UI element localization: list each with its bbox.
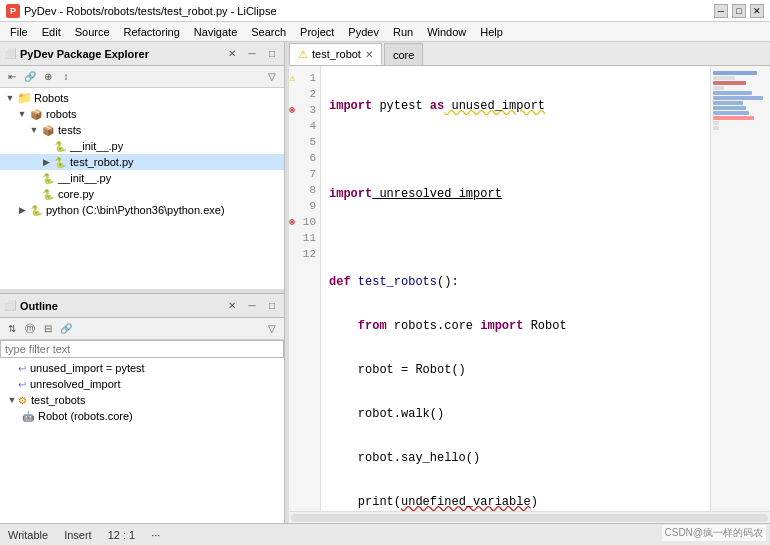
line-numbers: ⚠ 1 2 ⊗ 3 4 5 6 7 8 9 ⊗ 10 11 12 xyxy=(289,66,321,511)
code-line-7: robot = Robot() xyxy=(329,362,702,378)
tree-label-python: python (C:\bin\Python36\python.exe) xyxy=(46,204,225,216)
tree-arrow-robots[interactable]: ▼ xyxy=(4,93,16,103)
menu-pydev[interactable]: Pydev xyxy=(342,25,385,39)
outline-extra-btn[interactable]: ⓜ xyxy=(22,321,38,337)
import-icon-unused: ↩ xyxy=(18,363,26,374)
tree-item-robots-pkg[interactable]: ▼ 📦 robots xyxy=(0,106,284,122)
window-controls[interactable]: ─ □ ✕ xyxy=(714,4,764,18)
mini-line-1 xyxy=(713,71,757,75)
mini-line-3 xyxy=(713,81,746,85)
tree-label-init2: __init__.py xyxy=(58,172,111,184)
close-button[interactable]: ✕ xyxy=(750,4,764,18)
menu-search[interactable]: Search xyxy=(245,25,292,39)
mini-line-4 xyxy=(713,86,724,90)
menu-source[interactable]: Source xyxy=(69,25,116,39)
code-line-2 xyxy=(329,142,702,158)
line-num-1: ⚠ 1 xyxy=(289,70,320,86)
tree-item-robots[interactable]: ▼ 📁 Robots xyxy=(0,90,284,106)
package-icon-tests: 📦 xyxy=(40,123,56,137)
mini-line-2 xyxy=(713,76,735,80)
title-bar-left: P PyDev - Robots/robots/tests/test_robot… xyxy=(6,4,277,18)
outline-toolbar: ⇅ ⓜ ⊟ 🔗 ▽ xyxy=(0,318,284,340)
maximize-button[interactable]: □ xyxy=(732,4,746,18)
line-num-11: 11 xyxy=(289,230,320,246)
menu-project[interactable]: Project xyxy=(294,25,340,39)
func-icon-test: ⚙ xyxy=(18,395,27,406)
code-line-3: import unresolved_import xyxy=(329,186,702,202)
outline-max-btn[interactable]: □ xyxy=(264,298,280,314)
outline-item-robot[interactable]: 🤖 Robot (robots.core) xyxy=(0,408,284,424)
code-line-1: import pytest as unused_import xyxy=(329,98,702,114)
tree-arrow-tests[interactable]: ▼ xyxy=(28,125,40,135)
line-num-9: 9 xyxy=(289,198,320,214)
tab-test-robot[interactable]: ⚠ test_robot ✕ xyxy=(289,43,382,65)
explorer-toolbar: ⇤ 🔗 ⊕ ↕ ▽ xyxy=(0,66,284,88)
code-line-6: from robots.core import Robot xyxy=(329,318,702,334)
outline-item-unused-import[interactable]: ↩ unused_import = pytest xyxy=(0,360,284,376)
collapse-all-btn[interactable]: ⇤ xyxy=(4,69,20,85)
outline-item-unresolved-import[interactable]: ↩ unresolved_import xyxy=(0,376,284,392)
undefined-var-text: undefined_variable xyxy=(401,495,531,509)
menu-refactoring[interactable]: Refactoring xyxy=(118,25,186,39)
outline-arrow-test[interactable]: ▼ xyxy=(6,395,18,405)
tab-close-test-robot[interactable]: ✕ xyxy=(365,49,373,60)
robot-icon: 🤖 xyxy=(22,411,34,422)
outline-label-test-robots: test_robots xyxy=(31,394,85,406)
outline-filter-input[interactable] xyxy=(0,340,284,358)
tree-item-python[interactable]: ▶ 🐍 python (C:\bin\Python36\python.exe) xyxy=(0,202,284,218)
tab-label-test-robot: test_robot xyxy=(312,48,361,60)
menu-run[interactable]: Run xyxy=(387,25,419,39)
tab-core[interactable]: core xyxy=(384,43,423,65)
outline-label-robot: Robot (robots.core) xyxy=(38,410,133,422)
code-area[interactable]: import pytest as unused_import import un… xyxy=(321,66,710,511)
package-icon-robots: 📦 xyxy=(28,107,44,121)
outline-link-btn[interactable]: 🔗 xyxy=(58,321,74,337)
menu-edit[interactable]: Edit xyxy=(36,25,67,39)
menu-file[interactable]: File xyxy=(4,25,34,39)
tree-item-core[interactable]: 🐍 core.py xyxy=(0,186,284,202)
panel-menu-btn[interactable]: ✕ xyxy=(224,46,240,62)
tree-label-core: core.py xyxy=(58,188,94,200)
tree-label-robots: Robots xyxy=(34,92,69,104)
package-explorer-title: PyDev Package Explorer xyxy=(20,48,220,60)
py-icon-python: 🐍 xyxy=(28,203,44,217)
tree-item-init2[interactable]: 🐍 __init__.py xyxy=(0,170,284,186)
tree-arrow-python[interactable]: ▶ xyxy=(16,205,28,215)
tree-item-init1[interactable]: 🐍 __init__.py xyxy=(0,138,284,154)
py-icon-core: 🐍 xyxy=(40,187,56,201)
import-icon-unresolved: ↩ xyxy=(18,379,26,390)
unresolved-import-text: unresolved_import xyxy=(372,187,502,201)
sort-btn[interactable]: ⇅ xyxy=(4,321,20,337)
panel-maximize-btn[interactable]: □ xyxy=(264,46,280,62)
mini-line-12 xyxy=(713,126,719,130)
outline-menu-btn[interactable]: ▽ xyxy=(264,321,280,337)
outline-close-btn[interactable]: ✕ xyxy=(224,298,240,314)
menu-help[interactable]: Help xyxy=(474,25,509,39)
collapse-all-outline-btn[interactable]: ⊟ xyxy=(40,321,56,337)
expand-btn[interactable]: ↕ xyxy=(58,69,74,85)
editor-hscrollbar[interactable] xyxy=(289,511,770,523)
tree-label-robots-pkg: robots xyxy=(46,108,77,120)
tree-item-tests[interactable]: ▼ 📦 tests xyxy=(0,122,284,138)
outline-panel: ⬜ Outline ✕ ─ □ ⇅ ⓜ ⊟ 🔗 ▽ ↩ unused_impo xyxy=(0,293,284,523)
line-num-4: 4 xyxy=(289,118,320,134)
editor-content: ⚠ 1 2 ⊗ 3 4 5 6 7 8 9 ⊗ 10 11 12 xyxy=(289,66,770,511)
panel-minimize-btn[interactable]: ─ xyxy=(244,46,260,62)
mini-line-11 xyxy=(713,121,719,125)
menu-window[interactable]: Window xyxy=(421,25,472,39)
outline-tree: ↩ unused_import = pytest ↩ unresolved_im… xyxy=(0,358,284,523)
tree-item-test-robot[interactable]: ▶ 🐍 test_robot.py xyxy=(0,154,284,170)
mini-line-5 xyxy=(713,91,752,95)
app-icon: P xyxy=(6,4,20,18)
new-btn[interactable]: ⊕ xyxy=(40,69,56,85)
minimize-button[interactable]: ─ xyxy=(714,4,728,18)
link-editor-btn[interactable]: 🔗 xyxy=(22,69,38,85)
warn-marker-1: ⚠ xyxy=(289,72,295,84)
folder-icon-robots: 📁 xyxy=(16,91,32,105)
view-menu-btn[interactable]: ▽ xyxy=(264,69,280,85)
tree-arrow-test-robot[interactable]: ▶ xyxy=(40,157,52,167)
menu-navigate[interactable]: Navigate xyxy=(188,25,243,39)
outline-item-test-robots[interactable]: ▼ ⚙ test_robots xyxy=(0,392,284,408)
tree-arrow-robots-pkg[interactable]: ▼ xyxy=(16,109,28,119)
outline-min-btn[interactable]: ─ xyxy=(244,298,260,314)
